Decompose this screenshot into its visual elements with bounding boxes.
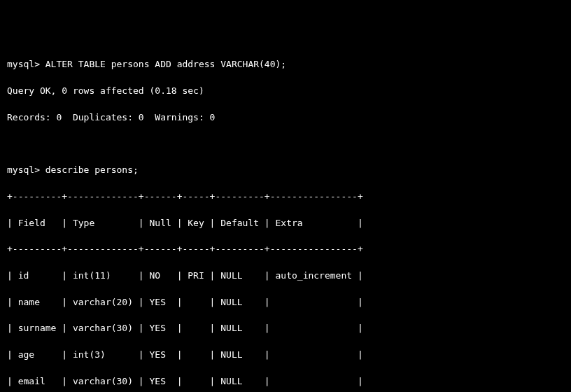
command-describe: describe persons; xyxy=(45,164,139,175)
command-alter: ALTER TABLE persons ADD address VARCHAR(… xyxy=(45,59,286,69)
mysql-prompt: mysql> xyxy=(7,59,40,69)
describe-row: | surname | varchar(30) | YES | | NULL |… xyxy=(7,322,564,335)
describe-row: | name | varchar(20) | YES | | NULL | | xyxy=(7,296,564,309)
describe-border: +---------+-------------+------+-----+--… xyxy=(7,190,564,204)
describe-header: | Field | Type | Null | Key | Default | … xyxy=(7,217,564,230)
describe-border: +---------+-------------+------+-----+--… xyxy=(7,243,564,256)
mysql-prompt: mysql> xyxy=(7,164,40,175)
records-line: Records: 0 Duplicates: 0 Warnings: 0 xyxy=(7,111,564,125)
prompt-line: mysql> ALTER TABLE persons ADD address V… xyxy=(7,58,564,71)
describe-row: | id | int(11) | NO | PRI | NULL | auto_… xyxy=(7,270,564,283)
describe-row: | email | varchar(30) | YES | | NULL | | xyxy=(7,375,564,388)
blank-line xyxy=(7,137,564,150)
describe-row: | age | int(3) | YES | | NULL | | xyxy=(7,349,564,362)
query-ok-line: Query OK, 0 rows affected (0.18 sec) xyxy=(7,85,564,98)
prompt-line: mysql> describe persons; xyxy=(7,164,564,177)
